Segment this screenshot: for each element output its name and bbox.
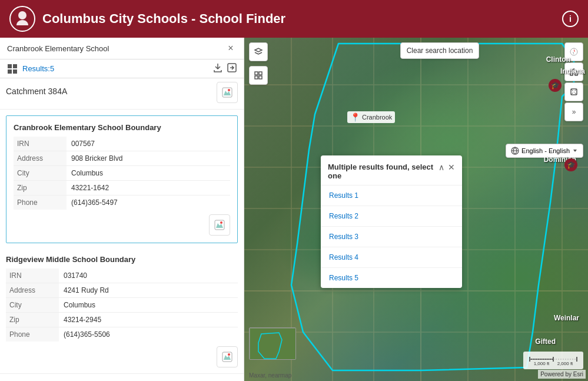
info-button[interactable]: i xyxy=(562,11,579,27)
field-value: 908 Bricker Blvd xyxy=(67,151,230,166)
svg-rect-8 xyxy=(215,220,224,230)
map-area[interactable]: Clear search location xyxy=(244,38,588,381)
esri-attribution: Powered by Esri xyxy=(538,370,586,379)
svg-rect-26 xyxy=(255,72,258,75)
main-layout: Cranbrook Elementary School × Results:5 xyxy=(0,38,588,381)
clear-search-button[interactable]: Clear search location xyxy=(400,42,480,59)
map-nav-buttons: » xyxy=(564,42,583,121)
field-label: IRN xyxy=(6,269,59,283)
svg-rect-28 xyxy=(255,76,258,79)
field-value: (614)365-5497 xyxy=(67,196,230,210)
table-row: IRN 007567 xyxy=(14,137,230,151)
zoom-extent-button[interactable] xyxy=(564,82,583,101)
cranbrook-map-button[interactable] xyxy=(209,214,230,236)
popup-title: Multiple results found, select one xyxy=(328,163,438,180)
ridgeview-map-button[interactable] xyxy=(217,346,238,367)
multiple-results-popup: Multiple results found, select one ∧ ✕ R… xyxy=(321,155,462,288)
field-value: 4241 Rudy Rd xyxy=(59,283,238,298)
table-row: Zip 43221-1642 xyxy=(14,181,230,196)
cranbrook-info-table: IRN 007567 Address 908 Bricker Blvd City… xyxy=(14,137,230,210)
svg-text:2,000 ft: 2,000 ft xyxy=(557,361,573,366)
field-label: Address xyxy=(14,151,67,166)
app-header: Columbus City Schools - School Finder i xyxy=(0,0,588,38)
popup-controls: ∧ ✕ xyxy=(438,163,455,172)
field-label: City xyxy=(6,298,59,313)
school-card-cranbrook: Cranbrook Elementary School Boundary IRN… xyxy=(6,115,238,243)
expand-button[interactable]: » xyxy=(564,102,583,121)
map-layers-button[interactable] xyxy=(249,42,268,61)
chevron-down-icon xyxy=(572,148,578,154)
popup-result-5[interactable]: Results 5 xyxy=(321,268,462,288)
maxar-attribution: Maxar, nearmap xyxy=(249,372,291,379)
city-label-gifted: Gifted xyxy=(535,337,556,346)
city-label-clinton: Clinton xyxy=(546,55,570,64)
school-icon-dominion: 🎓 xyxy=(564,158,577,171)
svg-point-0 xyxy=(18,11,26,19)
popup-header: Multiple results found, select one ∧ ✕ xyxy=(321,155,462,185)
field-label: Zip xyxy=(14,181,67,196)
results-count: Results:5 xyxy=(22,64,208,73)
popup-result-3[interactable]: Results 3 xyxy=(321,227,462,247)
field-label: Phone xyxy=(14,196,67,210)
svg-rect-6 xyxy=(222,88,232,97)
svg-rect-2 xyxy=(13,64,17,68)
svg-point-7 xyxy=(228,89,230,91)
results-actions xyxy=(213,63,237,74)
catchment-map-button[interactable] xyxy=(217,82,238,103)
search-value: Cranbrook Elementary School xyxy=(7,44,220,53)
map-basemap-button[interactable] xyxy=(249,66,268,85)
export-button[interactable] xyxy=(213,63,222,74)
map-pin-icon: 📍 xyxy=(350,112,360,122)
panel-content[interactable]: Catchment 384A Cranbrook Elementary Scho… xyxy=(0,78,244,381)
thumbnail-map[interactable] xyxy=(249,327,296,360)
city-label-indiana: Indiana xyxy=(560,67,585,75)
share-button[interactable] xyxy=(227,63,237,74)
ridgeview-info-table: IRN 031740 Address 4241 Rudy Rd City Col… xyxy=(6,269,238,342)
field-value: (614)365-5506 xyxy=(59,327,238,342)
svg-rect-4 xyxy=(13,69,17,74)
logo-icon xyxy=(13,9,32,28)
search-close-button[interactable]: × xyxy=(225,42,237,54)
table-row: IRN 031740 xyxy=(6,269,238,283)
scale-bar: 1,000 ft 2,000 ft xyxy=(523,352,583,369)
catchment-title: Catchment 384A xyxy=(6,87,67,96)
table-row: City Columbus xyxy=(6,298,238,313)
catchment-row: Catchment 384A xyxy=(6,84,238,103)
popup-collapse-button[interactable]: ∧ xyxy=(438,163,444,172)
app-title: Columbus City Schools - School Finder xyxy=(42,11,285,26)
globe-icon xyxy=(511,147,519,155)
table-row: Address 4241 Rudy Rd xyxy=(6,283,238,298)
school-title-ridgeview: Ridgeview Middle School Boundary xyxy=(6,255,238,264)
language-label: English - English xyxy=(521,147,570,154)
svg-text:1,000 ft: 1,000 ft xyxy=(534,361,550,366)
svg-rect-27 xyxy=(259,72,262,75)
app-logo xyxy=(9,6,35,32)
table-row: Phone (614)365-5497 xyxy=(14,196,230,210)
field-label: Phone xyxy=(6,327,59,342)
results-grid-icon xyxy=(7,64,18,74)
popup-result-1[interactable]: Results 1 xyxy=(321,185,462,206)
left-panel: Cranbrook Elementary School × Results:5 xyxy=(0,38,244,381)
popup-close-button[interactable]: ✕ xyxy=(448,163,455,172)
table-row: Address 908 Bricker Blvd xyxy=(14,151,230,166)
svg-point-11 xyxy=(228,353,230,356)
table-row: Phone (614)365-5506 xyxy=(6,327,238,342)
catchment-section: Catchment 384A xyxy=(0,78,244,110)
popup-result-2[interactable]: Results 2 xyxy=(321,206,462,227)
map-left-controls xyxy=(249,42,268,85)
school-card-ridgeview: Ridgeview Middle School Boundary IRN 031… xyxy=(0,249,244,374)
svg-rect-1 xyxy=(8,64,12,68)
field-value: 43214-2945 xyxy=(59,313,238,327)
popup-result-4[interactable]: Results 4 xyxy=(321,247,462,268)
field-label: City xyxy=(14,166,67,181)
school-icon-clinton: 🎓 xyxy=(549,79,562,92)
table-row: Zip 43214-2945 xyxy=(6,313,238,327)
field-value: 007567 xyxy=(67,137,230,151)
svg-rect-3 xyxy=(8,69,12,74)
svg-rect-10 xyxy=(222,352,232,362)
field-value: Columbus xyxy=(59,298,238,313)
results-bar: Results:5 xyxy=(0,59,244,78)
field-label: IRN xyxy=(14,137,67,151)
field-value: Columbus xyxy=(67,166,230,181)
field-label: Zip xyxy=(6,313,59,327)
